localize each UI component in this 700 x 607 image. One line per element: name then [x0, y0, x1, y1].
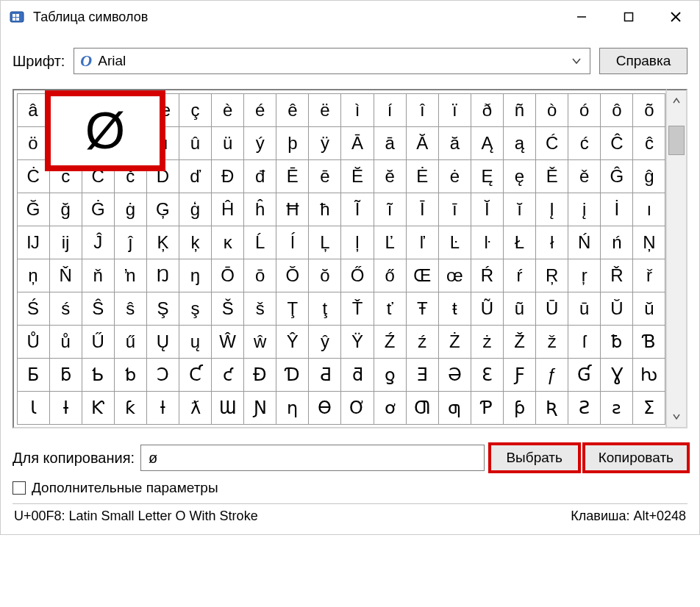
char-cell[interactable]: Ĉ	[600, 126, 633, 160]
char-cell[interactable]: Ž	[503, 325, 536, 359]
char-cell[interactable]: ŧ	[438, 292, 471, 326]
char-cell[interactable]: ý	[243, 126, 276, 160]
char-cell[interactable]: ĸ	[211, 226, 244, 259]
char-cell[interactable]: ď	[179, 159, 212, 193]
char-cell[interactable]: Ā	[340, 126, 374, 160]
char-cell[interactable]: ķ	[179, 226, 212, 259]
char-cell[interactable]: Š	[211, 292, 244, 326]
char-cell[interactable]: Ɗ	[276, 358, 309, 392]
char-cell[interactable]: Ʃ	[632, 391, 665, 425]
char-cell[interactable]: ŭ	[632, 292, 665, 326]
char-cell[interactable]: ġ	[114, 193, 147, 226]
char-cell[interactable]: ŗ	[568, 259, 601, 292]
char-cell[interactable]: Ű	[82, 325, 115, 359]
char-cell[interactable]: ü	[211, 126, 244, 160]
char-cell[interactable]: İ	[600, 193, 633, 226]
char-cell[interactable]: ō	[243, 259, 276, 292]
char-cell[interactable]: Ĳ	[17, 226, 50, 259]
char-cell[interactable]: Ĥ	[211, 193, 244, 226]
char-cell[interactable]: è	[211, 93, 244, 127]
char-cell[interactable]: ħ	[308, 193, 341, 226]
char-cell[interactable]: Ŷ	[276, 325, 309, 359]
char-cell[interactable]: Ɛ	[471, 358, 504, 392]
char-cell[interactable]: ĥ	[243, 193, 276, 226]
char-cell[interactable]: Ÿ	[340, 325, 374, 359]
char-cell[interactable]: Ƥ	[471, 391, 504, 425]
char-cell[interactable]: ŋ	[179, 259, 212, 292]
char-cell[interactable]: ż	[471, 325, 504, 359]
char-cell[interactable]: Ī	[406, 193, 439, 226]
char-cell[interactable]: Ƨ	[568, 391, 601, 425]
help-button[interactable]: Справка	[599, 48, 688, 74]
char-cell[interactable]: Ŕ	[471, 259, 504, 292]
char-cell[interactable]: Ɖ	[243, 358, 276, 392]
char-cell[interactable]: ź	[406, 325, 439, 359]
char-cell[interactable]: Ĺ	[243, 226, 276, 259]
char-cell[interactable]: õ	[632, 93, 665, 127]
char-cell[interactable]: ţ	[308, 292, 341, 326]
char-cell[interactable]: Ů	[17, 325, 50, 359]
char-cell[interactable]: ğ	[49, 193, 82, 226]
char-cell[interactable]: Ň	[49, 259, 82, 292]
char-cell[interactable]: Ɩ	[17, 391, 50, 425]
char-cell[interactable]: ň	[82, 259, 115, 292]
char-cell[interactable]: Ź	[374, 325, 407, 359]
char-cell[interactable]: Ć	[535, 126, 568, 160]
char-cell[interactable]: ƀ	[600, 325, 633, 359]
char-cell[interactable]: Ţ	[276, 292, 309, 326]
char-cell[interactable]: ř	[632, 259, 665, 292]
char-cell[interactable]: Ě	[535, 159, 568, 193]
char-cell[interactable]: ŉ	[114, 259, 147, 292]
char-cell[interactable]: Ŀ	[438, 226, 471, 259]
char-cell[interactable]: ƞ	[276, 391, 309, 425]
char-cell[interactable]: ų	[179, 325, 212, 359]
char-cell[interactable]: Ɠ	[568, 358, 601, 392]
char-cell[interactable]: ě	[568, 159, 601, 193]
font-select[interactable]: O Arial	[74, 48, 590, 74]
char-cell[interactable]: Ŏ	[276, 259, 309, 292]
char-cell[interactable]: Ɔ	[146, 358, 179, 392]
char-cell[interactable]: ƚ	[146, 391, 179, 425]
char-cell[interactable]: Ş	[146, 292, 179, 326]
char-cell[interactable]: ƈ	[211, 358, 244, 392]
minimize-button[interactable]	[558, 1, 605, 33]
char-cell[interactable]: Ŗ	[535, 259, 568, 292]
char-cell[interactable]: ł	[535, 226, 568, 259]
char-cell[interactable]: Ƃ	[17, 358, 50, 392]
char-cell[interactable]: ô	[600, 93, 633, 127]
char-cell[interactable]: ï	[438, 93, 471, 127]
char-cell[interactable]: ė	[438, 159, 471, 193]
char-cell[interactable]: ŕ	[503, 259, 536, 292]
char-cell[interactable]: Ŋ	[146, 259, 179, 292]
char-cell[interactable]: Ŧ	[406, 292, 439, 326]
char-cell[interactable]: ő	[374, 259, 407, 292]
char-cell[interactable]: í	[374, 93, 407, 127]
char-cell[interactable]: ƕ	[632, 358, 665, 392]
char-cell[interactable]: é	[243, 93, 276, 127]
char-cell[interactable]: Ƣ	[406, 391, 439, 425]
char-cell[interactable]: ƛ	[179, 391, 212, 425]
char-cell[interactable]: ó	[568, 93, 601, 127]
char-cell[interactable]: Ɵ	[308, 391, 341, 425]
char-cell[interactable]: ĝ	[632, 159, 665, 193]
char-cell[interactable]: Ɨ	[49, 391, 82, 425]
char-cell[interactable]: Ə	[438, 358, 471, 392]
char-cell[interactable]: ē	[308, 159, 341, 193]
char-cell[interactable]: Ǝ	[406, 358, 439, 392]
scroll-track[interactable]	[667, 111, 686, 406]
char-cell[interactable]: ń	[600, 226, 633, 259]
char-cell[interactable]: Ĕ	[340, 159, 374, 193]
char-cell[interactable]: Ƙ	[82, 391, 115, 425]
char-cell[interactable]: ĳ	[49, 226, 82, 259]
char-cell[interactable]: ĕ	[374, 159, 407, 193]
char-cell[interactable]: ƥ	[503, 391, 536, 425]
vertical-scrollbar[interactable]	[667, 89, 688, 428]
select-button[interactable]: Выбрать	[490, 445, 579, 471]
char-cell[interactable]: Ť	[340, 292, 374, 326]
char-cell[interactable]: ĺ	[276, 226, 309, 259]
char-cell[interactable]: š	[243, 292, 276, 326]
char-cell[interactable]: Ɣ	[600, 358, 633, 392]
char-cell[interactable]: ļ	[340, 226, 374, 259]
char-cell[interactable]: Œ	[406, 259, 439, 292]
char-cell[interactable]: Ų	[146, 325, 179, 359]
